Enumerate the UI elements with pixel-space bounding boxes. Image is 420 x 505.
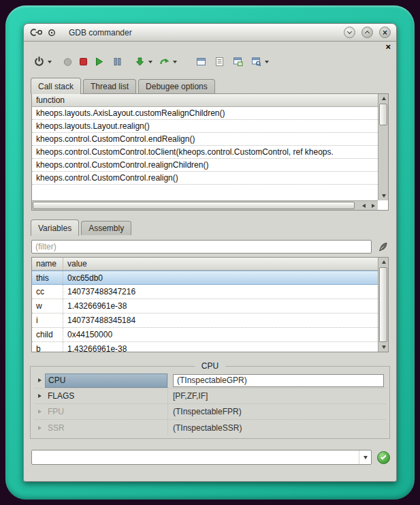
expander-button[interactable] [34,394,45,398]
power-dropdown-button[interactable] [48,61,52,65]
scroll-thumb[interactable] [33,202,355,209]
breakpoint-button[interactable] [61,53,74,70]
watch-window-icon [251,56,262,67]
step-into-button[interactable] [133,53,146,70]
step-over-dropdown-button[interactable] [173,61,177,65]
vertical-scrollbar[interactable] [378,94,388,200]
tab-debugee-options[interactable]: Debugee options [138,79,215,93]
scroll-thumb[interactable] [379,104,387,125]
shade-button[interactable] [344,27,355,38]
chevron-down-icon [347,29,352,34]
expander-button[interactable] [34,426,45,430]
variable-name: b [32,342,63,352]
variable-row[interactable]: b 1.43266961e-38 [32,342,378,352]
command-combobox[interactable] [31,450,372,465]
watch-window-button[interactable] [250,53,263,70]
pause-icon [112,56,123,67]
arrow-left-icon [362,204,366,208]
power-button[interactable] [33,53,46,70]
maximize-button[interactable] [361,27,373,38]
callstack-frame-row[interactable]: kheops.control.CustomControl.realignChil… [32,159,378,172]
variable-name: child [32,328,63,341]
registers-window-icon [195,56,207,67]
step-over-icon [159,56,170,67]
scroll-down-button[interactable] [378,343,389,352]
halt-icon [78,56,89,67]
watch-dropdown-button[interactable] [265,61,269,65]
variable-value: 1.43266961e-38 [63,299,378,313]
pause-button[interactable] [111,53,124,70]
cpu-groupbox: CPU CPU (TInspectableGPR) FLAGS [PF,ZF,I… [30,366,390,439]
close-icon: × [383,29,387,37]
filter-input[interactable] [31,240,372,254]
column-header-function[interactable]: function [32,94,378,107]
breakpoint-icon [62,56,74,67]
register-row[interactable]: FPU (TInspectableFPR) [34,404,386,420]
log-button[interactable] [213,53,226,70]
register-value-editor[interactable]: (TInspectableGPR) [173,374,384,387]
call-stack-list: function kheops.layouts.AxisLayout.custo… [32,94,378,200]
register-row[interactable]: CPU (TInspectableGPR) [34,373,386,388]
scroll-thumb[interactable] [379,267,387,342]
chevron-up-icon [365,31,370,35]
send-command-button[interactable] [377,451,390,464]
callstack-frame-row[interactable]: kheops.control.CustomControl.realign() [32,172,378,185]
callstack-frame-row[interactable]: kheops.layouts.Layout.realign() [32,120,378,133]
variable-name: i [32,313,63,327]
window-content: × [24,42,396,481]
variable-row[interactable]: this 0xc65db0 [32,271,378,285]
variable-row[interactable]: i 140737488345184 [32,313,378,328]
variables-panel: name value this 0xc65db0 cc 140737488347… [31,257,389,352]
close-button[interactable]: × [379,27,391,38]
register-group-name: CPU [45,373,167,388]
command-input[interactable] [32,450,358,464]
expander-arrow-icon [38,410,42,414]
expander-arrow-icon [38,378,42,382]
tab-thread-list[interactable]: Thread list [83,79,136,93]
variable-value: 0xc65db0 [63,271,378,284]
step-into-dropdown-button[interactable] [148,61,152,65]
callstack-frame-row[interactable]: kheops.control.CustomControl.toClient(kh… [32,146,378,159]
scroll-left-button[interactable] [359,201,368,210]
register-value-cell: (TInspectableGPR) [167,373,386,388]
column-header-name[interactable]: name [32,258,63,270]
tab-variables[interactable]: Variables [31,219,79,236]
variable-row[interactable]: w 1.43266961e-38 [32,299,378,313]
scroll-up-button[interactable] [378,94,389,103]
titlebar[interactable]: GDB commander × [24,24,396,42]
quill-icon[interactable] [377,241,389,253]
scroll-down-button[interactable] [378,192,389,200]
filter-row [31,240,389,254]
arrow-down-icon [382,194,386,198]
scroll-up-button[interactable] [378,258,389,266]
register-row[interactable]: SSR (TInspectableSSR) [34,420,386,435]
callstack-frame-row[interactable]: kheops.control.CustomControl.endRealign(… [32,133,378,146]
scroll-right-button[interactable] [368,201,378,210]
memory-window-button[interactable] [231,53,244,70]
horizontal-scrollbar[interactable] [32,200,378,210]
continue-button[interactable] [93,53,106,70]
command-row [31,450,390,465]
register-row[interactable]: FLAGS [PF,ZF,IF] [34,388,386,404]
tab-call-stack[interactable]: Call stack [31,78,81,94]
arrow-up-icon [382,97,386,100]
variable-row[interactable]: cc 140737488347216 [32,285,378,299]
column-header-value[interactable]: value [63,258,378,270]
variable-name: this [32,271,63,284]
vertical-scrollbar[interactable] [378,258,388,352]
variables-table: name value this 0xc65db0 cc 140737488347… [32,258,378,352]
variable-value: 1.43266961e-38 [63,342,378,352]
callstack-frame-row[interactable]: kheops.layouts.AxisLayout.customRealignC… [32,107,378,120]
titlebar-buttons: × [344,27,391,38]
debugger-tabs: Call stack Thread list Debugee options [31,77,396,93]
combo-dropdown-button[interactable] [359,450,371,464]
expander-button[interactable] [34,378,45,382]
check-icon [381,454,386,459]
variable-row[interactable]: child 0x44150000 [32,328,378,342]
step-over-button[interactable] [158,53,171,70]
panel-close-button[interactable]: × [385,42,391,51]
halt-button[interactable] [77,53,90,70]
tab-assembly[interactable]: Assembly [81,221,131,235]
registers-window-button[interactable] [195,53,208,70]
expander-button[interactable] [34,410,45,414]
